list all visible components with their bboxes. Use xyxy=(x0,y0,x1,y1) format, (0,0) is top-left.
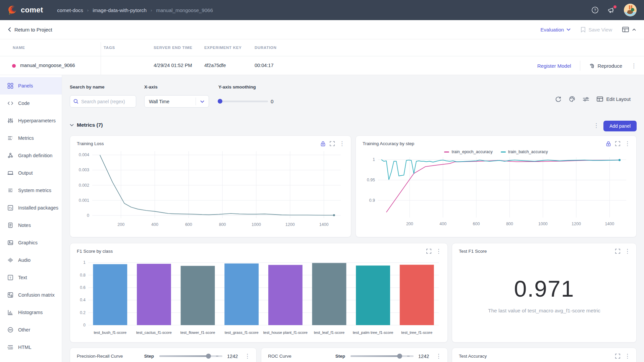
sidebar-item-label: Output xyxy=(18,170,33,176)
step-slider-handle[interactable] xyxy=(206,354,211,359)
sidebar-item-graphics[interactable]: Graphics xyxy=(0,234,62,251)
expand-icon[interactable] xyxy=(330,141,335,146)
edit-layout-button[interactable]: Edit Layout xyxy=(597,97,631,102)
logo-wordmark: comet xyxy=(21,6,43,14)
save-view-button[interactable]: Save View xyxy=(581,27,612,33)
edit-layout-label: Edit Layout xyxy=(606,97,631,102)
panel-search-field[interactable] xyxy=(70,95,136,108)
user-avatar[interactable] xyxy=(624,4,637,16)
sidebar-item-metrics[interactable]: Metrics xyxy=(0,129,62,147)
training-accuracy-chart[interactable]: 2004006008001000120014000.90.951 xyxy=(361,155,632,230)
column-header[interactable]: DURATION xyxy=(255,46,276,50)
chart-settings-icon[interactable] xyxy=(583,96,589,102)
xaxis-select[interactable]: Wall Time xyxy=(144,95,209,108)
step-slider-handle[interactable] xyxy=(397,354,402,359)
legend-item[interactable]: train_epoch_accuracy xyxy=(444,149,492,154)
smoothing-slider[interactable] xyxy=(218,101,268,102)
sidebar-item-confusion-matrix[interactable]: Confusion matrix xyxy=(0,286,62,304)
breadcrumb-item[interactable]: comet-docs xyxy=(57,7,83,13)
expand-icon[interactable] xyxy=(615,141,620,146)
metrics-section-toggle[interactable]: Metrics (7) xyxy=(70,122,103,128)
step-slider-fill xyxy=(159,355,209,357)
step-slider[interactable] xyxy=(159,355,222,357)
legend-item[interactable]: train_batch_accuracy xyxy=(501,149,548,154)
return-to-project-button[interactable]: Return to Project xyxy=(8,27,52,33)
sidebar-item-panels[interactable]: Panels xyxy=(0,77,62,95)
sidebar-item-output[interactable]: Output xyxy=(0,164,62,182)
help-icon[interactable]: ? xyxy=(591,6,599,14)
refresh-icon[interactable] xyxy=(555,96,561,102)
reproduce-button[interactable]: Reproduce xyxy=(589,63,622,69)
svg-text:test_leaf_f1-score: test_leaf_f1-score xyxy=(314,330,344,335)
output-icon xyxy=(7,170,13,176)
sidebar-item-histograms[interactable]: Histograms xyxy=(0,304,62,321)
announcements-icon[interactable] xyxy=(607,6,615,14)
column-header[interactable]: EXPERIMENT KEY xyxy=(204,46,241,50)
system-metrics-icon xyxy=(7,187,13,193)
panel-kebab-menu[interactable]: ⋮ xyxy=(625,353,630,359)
color-palette-icon[interactable] xyxy=(569,96,575,102)
column-header[interactable]: NAME xyxy=(13,46,25,50)
add-panel-button[interactable]: Add panel xyxy=(603,121,637,131)
panel-kebab-menu[interactable]: ⋮ xyxy=(245,353,250,359)
precision-recall-curve-panel: Precision-Recall Curve Step 1242 ⋮ xyxy=(70,348,257,362)
sidebar-item-text[interactable]: TText xyxy=(0,269,62,286)
sidebar-item-label: Other xyxy=(18,327,30,333)
metrics-section-kebab[interactable]: ⋮ xyxy=(593,123,599,128)
panel-title: Test Accuracy xyxy=(459,354,487,359)
panel-kebab-menu[interactable]: ⋮ xyxy=(436,353,441,359)
f1-score-bar-chart[interactable]: 00.20.40.60.81test_bush_f1-scoretest_cac… xyxy=(75,256,443,339)
svg-text:1: 1 xyxy=(83,260,86,265)
expand-icon[interactable] xyxy=(615,354,620,359)
sidebar-item-label: Code xyxy=(18,101,30,106)
panel-kebab-menu[interactable]: ⋮ xyxy=(625,141,630,146)
fingerprint-icon xyxy=(589,63,595,69)
sidebar-item-label: Text xyxy=(18,275,27,280)
sidebar-item-label: Notes xyxy=(18,223,31,228)
lock-icon[interactable] xyxy=(606,141,611,146)
register-model-button[interactable]: Register Model xyxy=(537,63,571,69)
breadcrumb-item[interactable]: image-data-with-pytorch xyxy=(93,7,147,13)
panel-kebab-menu[interactable]: ⋮ xyxy=(436,248,441,254)
comet-logo[interactable]: comet xyxy=(7,5,43,15)
breadcrumb-item[interactable]: manual_mongoose_9066 xyxy=(156,7,213,13)
training-loss-chart[interactable]: 20040060080010001200140000.0010.0020.003… xyxy=(75,148,347,230)
notification-badge xyxy=(613,5,616,8)
sidebar-item-code[interactable]: Code xyxy=(0,95,62,112)
panel-kebab-menu[interactable]: ⋮ xyxy=(625,248,630,254)
breadcrumb-separator-icon: › xyxy=(151,8,152,13)
sidebar-item-system-metrics[interactable]: System metrics xyxy=(0,182,62,199)
svg-text:Py: Py xyxy=(9,206,12,209)
smoothing-value: 0 xyxy=(271,99,273,104)
view-select-dropdown[interactable]: Evaluation xyxy=(540,27,571,33)
expand-icon[interactable] xyxy=(615,249,620,254)
legend-label: train_epoch_accuracy xyxy=(451,149,492,154)
notes-icon xyxy=(7,222,13,228)
sidebar-item-audio[interactable]: Audio xyxy=(0,251,62,269)
legend-swatch xyxy=(501,152,506,153)
svg-text:200: 200 xyxy=(406,222,413,226)
row-kebab-menu[interactable]: ⋮ xyxy=(631,63,637,69)
svg-text:test_palm tree_f1-score: test_palm tree_f1-score xyxy=(353,330,393,335)
expand-icon[interactable] xyxy=(426,249,431,254)
sidebar-item-notes[interactable]: Notes xyxy=(0,217,62,234)
search-input[interactable] xyxy=(81,99,128,104)
panel-title: Training Accuracy by step xyxy=(363,141,414,146)
sidebar-item-html[interactable]: HTMLHTML xyxy=(0,339,62,356)
experiment-row[interactable]: manual_mongoose_9066 4/29/24 01:52 PM 4f… xyxy=(0,56,644,75)
step-slider[interactable] xyxy=(351,355,414,357)
sidebar-item-installed-packages[interactable]: PyInstalled packages xyxy=(0,199,62,217)
sidebar-item-hyperparameters[interactable]: Hyperparameters xyxy=(0,112,62,129)
column-header[interactable]: TAGS xyxy=(104,46,115,50)
sidebar-item-graph-definition[interactable]: Graph definition xyxy=(0,147,62,164)
column-header[interactable]: SERVER END TIME xyxy=(154,46,193,50)
roc-curve-panel: ROC Curve Step 1242 ⋮ xyxy=(261,348,448,362)
lock-icon[interactable] xyxy=(321,141,325,146)
layout-toggle[interactable] xyxy=(622,27,636,32)
svg-text:0: 0 xyxy=(83,323,86,327)
step-slider-fill xyxy=(351,355,400,357)
experiment-key-link[interactable]: 4f2a75dfe xyxy=(204,63,226,68)
smoothing-slider-handle[interactable] xyxy=(218,99,222,104)
panel-kebab-menu[interactable]: ⋮ xyxy=(339,141,345,146)
sidebar-item-other[interactable]: Other xyxy=(0,321,62,339)
